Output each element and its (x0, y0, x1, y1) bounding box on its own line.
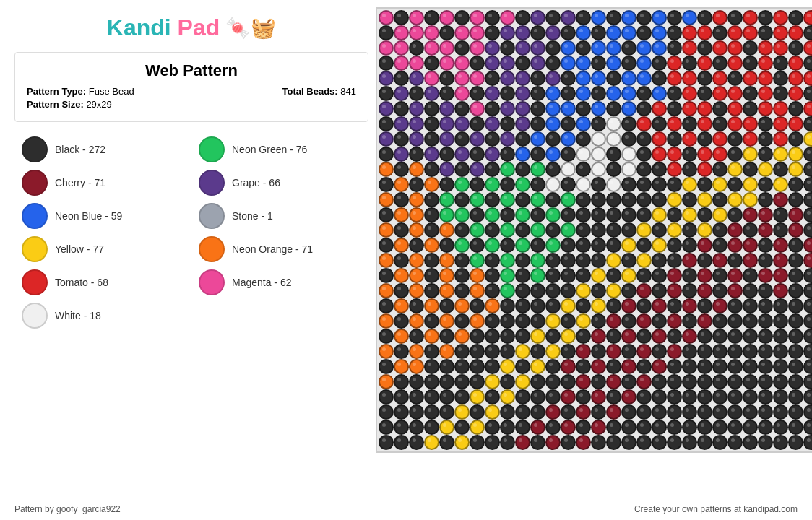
bead (591, 389, 606, 404)
bead (424, 71, 439, 86)
bead (758, 101, 773, 116)
bead (576, 313, 591, 329)
bead (727, 238, 743, 253)
bead (788, 207, 803, 222)
bead (454, 404, 470, 420)
bead (652, 162, 667, 177)
bead (803, 162, 812, 177)
bead (712, 222, 727, 238)
bead (515, 71, 530, 86)
bead (636, 344, 652, 359)
bead (454, 435, 470, 450)
bead (576, 344, 591, 359)
bead (606, 101, 621, 116)
bead (454, 10, 470, 25)
color-label: Neon Green - 76 (232, 144, 307, 155)
bead (743, 344, 758, 359)
bead (636, 404, 652, 420)
bead (606, 131, 621, 147)
bead (682, 56, 697, 71)
bead (561, 222, 576, 238)
bead (727, 253, 743, 268)
bead (636, 283, 652, 298)
bead (667, 25, 682, 40)
bead (591, 222, 606, 238)
bead (727, 86, 743, 101)
bead (454, 313, 470, 329)
bead (576, 238, 591, 253)
color-circle (199, 203, 225, 229)
bead (530, 329, 545, 344)
bead (636, 253, 652, 268)
bead (606, 192, 621, 207)
bead (379, 10, 394, 25)
bead (697, 71, 712, 86)
color-circle (22, 170, 48, 196)
bead (515, 268, 530, 283)
bead (485, 10, 500, 25)
bead (712, 86, 727, 101)
bead (379, 131, 394, 147)
bead (500, 404, 515, 420)
bead (652, 147, 667, 162)
bead (394, 238, 409, 253)
bead-row (379, 253, 812, 268)
bead (697, 222, 712, 238)
bead (454, 420, 470, 435)
footer-left: Pattern by goofy_garcia922 (14, 504, 121, 514)
bead (530, 344, 545, 359)
bead (773, 374, 788, 389)
bead (485, 25, 500, 40)
bead (424, 25, 439, 40)
bead (561, 192, 576, 207)
bead (394, 298, 409, 313)
bead (561, 162, 576, 177)
bead (545, 25, 561, 40)
bead (621, 404, 636, 420)
bead (636, 101, 652, 116)
bead (515, 420, 530, 435)
bead (788, 116, 803, 131)
color-circle (22, 236, 48, 262)
bead (500, 359, 515, 374)
pattern-size-label: Pattern Size: (27, 99, 84, 110)
bead (727, 192, 743, 207)
bead (591, 177, 606, 192)
bead (652, 283, 667, 298)
bead (773, 253, 788, 268)
bead (379, 86, 394, 101)
left-panel: Kandi Pad 🍬🧺 Web Pattern Pattern Type: F… (14, 7, 368, 490)
bead (773, 238, 788, 253)
bead (424, 222, 439, 238)
bead (379, 238, 394, 253)
bead (561, 238, 576, 253)
bead (697, 389, 712, 404)
bead (788, 222, 803, 238)
bead (394, 329, 409, 344)
bead (712, 374, 727, 389)
bead (515, 162, 530, 177)
bead (803, 25, 812, 40)
bead (394, 389, 409, 404)
bead (758, 131, 773, 147)
bead (515, 329, 530, 344)
bead (439, 359, 454, 374)
bead (439, 238, 454, 253)
bead (439, 101, 454, 116)
bead (530, 177, 545, 192)
bead (682, 420, 697, 435)
bead (803, 359, 812, 374)
bead-row (379, 238, 812, 253)
bead (470, 268, 485, 283)
bead-row (379, 298, 812, 313)
bead (773, 56, 788, 71)
bead (606, 359, 621, 374)
bead (682, 404, 697, 420)
bead (773, 116, 788, 131)
bead (773, 162, 788, 177)
bead (394, 86, 409, 101)
bead (727, 116, 743, 131)
bead (545, 116, 561, 131)
bead (803, 344, 812, 359)
bead (788, 86, 803, 101)
